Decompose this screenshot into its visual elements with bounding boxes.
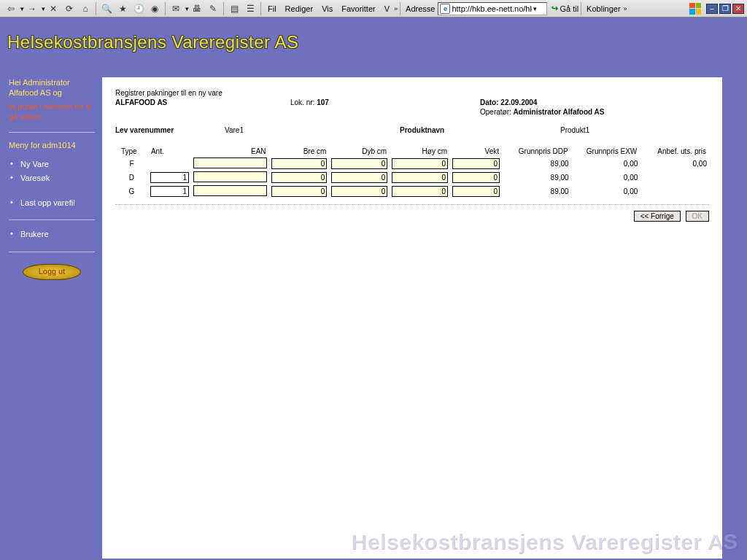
history-icon[interactable]: 🕘	[131, 1, 146, 16]
hdr-vekt: Vekt	[450, 147, 502, 157]
produktnavn-label: Produktnavn	[400, 126, 560, 134]
content-panel: Registrer pakninger til en ny vare ALFAF…	[102, 77, 722, 559]
hdr-ean: EAN	[191, 147, 268, 157]
table-row: F 0 0 0 0 89,00 0,00 0,00	[115, 157, 709, 171]
stop-button[interactable]: ✕	[46, 1, 61, 16]
bre-input[interactable]: 0	[271, 158, 328, 169]
ddp-value: 89,00	[502, 171, 571, 184]
ean-input[interactable]	[193, 171, 266, 182]
table-row: D 1 0 0 0 0 89,00 0,00	[115, 171, 709, 184]
ok-button[interactable]: OK	[686, 211, 709, 222]
prev-button[interactable]: << Forrige	[634, 211, 681, 222]
exw-value: 0,00	[571, 184, 640, 198]
packaging-grid: Type Ant. EAN Bre cm Dyb cm Høy cm Vekt …	[115, 147, 709, 198]
menu-more[interactable]: V	[380, 4, 394, 13]
menu-rediger[interactable]: Rediger	[281, 4, 318, 13]
sidebar-item-lastopp[interactable]: Last opp varefil	[9, 196, 95, 209]
tool-icon[interactable]: ☰	[243, 1, 258, 16]
links-label[interactable]: Koblinger	[584, 4, 623, 13]
ie-page-icon: e	[440, 4, 450, 14]
ant-input[interactable]: 1	[150, 186, 189, 197]
hint-text: et punkt i menyen for å gå videre.	[9, 101, 95, 122]
mail-icon[interactable]: ✉	[169, 1, 183, 16]
logout-button[interactable]: Logg ut	[23, 264, 81, 280]
bre-input[interactable]: 0	[271, 186, 328, 197]
minimize-button[interactable]: –	[706, 4, 718, 14]
produktnavn-value: Produkt1	[560, 126, 589, 134]
hoy-input[interactable]: 0	[392, 186, 448, 197]
ddp-value: 89,00	[502, 184, 571, 198]
ean-input[interactable]	[193, 185, 266, 196]
dyb-input[interactable]: 0	[331, 158, 387, 169]
hdr-ddp: Grunnpris DDP	[502, 147, 571, 157]
address-bar[interactable]: e ▾	[438, 2, 547, 15]
edit-icon[interactable]: ✎	[206, 1, 220, 16]
hdr-exw: Grunnpris EXW	[571, 147, 640, 157]
doc-icon[interactable]: ▤	[227, 1, 241, 16]
print-icon[interactable]: 🖶	[190, 1, 204, 16]
row-type: F	[115, 157, 148, 171]
close-button[interactable]: ✕	[732, 4, 744, 14]
hoy-input[interactable]: 0	[392, 172, 448, 183]
address-label: Adresse	[403, 4, 438, 13]
hdr-anbef: Anbef. uts. pris	[640, 147, 709, 157]
favorites-icon[interactable]: ★	[115, 1, 130, 16]
hdr-type: Type	[115, 147, 148, 157]
menu-fil[interactable]: Fil	[263, 4, 281, 13]
hdr-hoy: Høy cm	[390, 147, 450, 157]
anbef-value	[640, 184, 709, 198]
register-line: Registrer pakninger til en ny vare	[115, 89, 709, 97]
lok-label: Lok. nr:	[290, 98, 314, 106]
windows-logo-icon	[687, 1, 703, 17]
media-icon[interactable]: ◉	[147, 1, 162, 16]
refresh-button[interactable]: ⟳	[62, 1, 77, 16]
greeting: Hei Administrator Alfafood AS og	[9, 77, 95, 98]
vekt-input[interactable]: 0	[452, 158, 500, 169]
hdr-dyb: Dyb cm	[329, 147, 390, 157]
anbef-value: 0,00	[640, 157, 709, 171]
lok-nr: 107	[317, 98, 329, 106]
dato-label: Dato:	[480, 98, 499, 106]
table-row: G 1 0 0 0 0 89,00 0,00	[115, 184, 709, 198]
home-button[interactable]: ⌂	[78, 1, 93, 16]
dyb-input[interactable]: 0	[331, 172, 387, 183]
sidebar-item-nyvare[interactable]: Ny Vare	[9, 158, 95, 171]
ant-input[interactable]: 1	[150, 172, 189, 183]
brand-title: Helsekostbransjens Vareregister AS	[7, 32, 298, 52]
back-button[interactable]: ⇦	[4, 1, 18, 16]
company-name: ALFAFOOD AS	[115, 98, 290, 106]
sidebar-item-brukere[interactable]: Brukere	[9, 228, 95, 241]
lev-label: Lev varenummer	[115, 126, 225, 134]
url-input[interactable]	[452, 4, 532, 13]
go-icon[interactable]: ↪	[551, 4, 558, 13]
exw-value: 0,00	[571, 157, 640, 171]
menu-favoritter[interactable]: Favoritter	[337, 4, 379, 13]
sidebar: Hei Administrator Alfafood AS og et punk…	[9, 77, 95, 280]
ddp-value: 89,00	[502, 157, 571, 171]
bre-input[interactable]: 0	[271, 172, 328, 183]
dato-value: 22.09.2004	[500, 98, 537, 106]
search-icon[interactable]: 🔍	[99, 1, 114, 16]
hoy-input[interactable]: 0	[392, 158, 448, 169]
menu-vis[interactable]: Vis	[317, 4, 337, 13]
exw-value: 0,00	[571, 171, 640, 184]
go-label[interactable]: Gå til	[560, 4, 578, 13]
sidebar-item-varesok[interactable]: Varesøk	[9, 171, 95, 184]
vekt-input[interactable]: 0	[452, 172, 500, 183]
forward-button[interactable]: →	[25, 1, 39, 16]
operator-value: Administrator Alfafood AS	[514, 108, 605, 116]
row-type: D	[115, 171, 148, 184]
vekt-input[interactable]: 0	[452, 186, 500, 197]
ie-toolbar: ⇦▾ →▾ ✕ ⟳ ⌂ 🔍 ★ 🕘 ◉ ✉▾ 🖶 ✎ ▤ ☰ Fil Redig…	[0, 0, 747, 18]
row-type: G	[115, 184, 148, 198]
anbef-value	[640, 171, 709, 184]
hdr-ant: Ant.	[148, 147, 191, 157]
menu-header: Meny for adm1014	[9, 140, 95, 150]
ean-input[interactable]	[193, 158, 266, 168]
restore-button[interactable]: ❐	[719, 4, 731, 14]
operator-label: Operatør:	[480, 108, 511, 116]
dyb-input[interactable]: 0	[331, 186, 387, 197]
lev-value: Vare1	[225, 126, 400, 134]
hdr-bre: Bre cm	[269, 147, 330, 157]
